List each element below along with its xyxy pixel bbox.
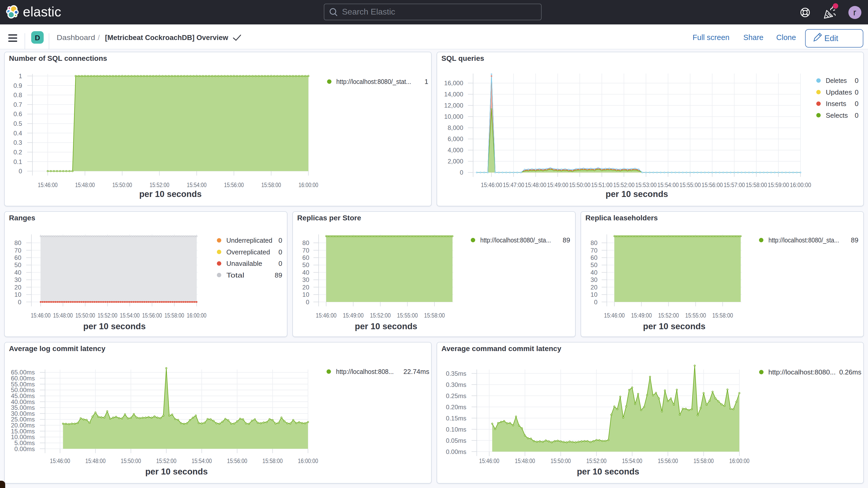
svg-text:elastic: elastic [23, 4, 61, 19]
svg-text:15:57:00: 15:57:00 [723, 182, 745, 188]
svg-text:0: 0 [306, 299, 309, 306]
svg-text:http://localhost:8080...: http://localhost:8080... [768, 368, 836, 376]
svg-text:0.25ms: 0.25ms [446, 392, 466, 399]
svg-text:40: 40 [302, 269, 309, 276]
svg-text:15:55:00: 15:55:00 [397, 312, 418, 319]
svg-text:70: 70 [590, 247, 597, 254]
svg-text:15:54:00: 15:54:00 [191, 458, 212, 464]
svg-text:22.74ms: 22.74ms [403, 368, 429, 375]
svg-text:0.35ms: 0.35ms [446, 370, 466, 377]
svg-text:15:58:00: 15:58:00 [164, 312, 184, 319]
svg-text:15:56:00: 15:56:00 [224, 182, 244, 188]
svg-text:15:58:00: 15:58:00 [746, 182, 767, 188]
svg-text:Search Elastic: Search Elastic [342, 7, 395, 17]
svg-text:per 10 seconds: per 10 seconds [355, 322, 417, 331]
svg-text:0.05ms: 0.05ms [446, 437, 466, 444]
svg-text:50: 50 [14, 262, 21, 268]
svg-text:15:50:00: 15:50:00 [112, 182, 132, 188]
svg-text:Total: Total [226, 271, 244, 279]
svg-text:per 10 seconds: per 10 seconds [577, 467, 639, 476]
svg-text:30: 30 [590, 276, 597, 283]
svg-text:70: 70 [302, 247, 309, 254]
svg-text:16:00:00: 16:00:00 [299, 182, 318, 188]
svg-text:14,000: 14,000 [444, 91, 463, 98]
svg-text:Overreplicated: Overreplicated [226, 248, 270, 256]
svg-text:Clone: Clone [776, 33, 796, 41]
svg-text:15:58:00: 15:58:00 [693, 458, 714, 464]
svg-text:Ranges: Ranges [9, 214, 35, 222]
svg-text:0: 0 [19, 167, 22, 175]
svg-text:15:58:00: 15:58:00 [261, 182, 281, 188]
svg-text:15:52:00: 15:52:00 [658, 312, 679, 319]
svg-text:6,000: 6,000 [447, 135, 463, 143]
svg-text:http://localhost:8080/_sta...: http://localhost:8080/_sta... [480, 236, 551, 244]
svg-text:16,000: 16,000 [444, 80, 463, 87]
svg-text:0.15ms: 0.15ms [446, 415, 466, 422]
svg-text:20: 20 [302, 284, 309, 291]
svg-text:15:52:00: 15:52:00 [586, 458, 607, 464]
svg-text:40: 40 [14, 269, 21, 276]
svg-text:Dashboard: Dashboard [57, 33, 95, 41]
svg-text:http://localhost:808...: http://localhost:808... [336, 368, 394, 375]
svg-text:80: 80 [302, 239, 309, 246]
svg-text:15:50:00: 15:50:00 [121, 458, 141, 464]
svg-text:1: 1 [19, 72, 22, 80]
svg-text:0.2: 0.2 [13, 149, 22, 156]
svg-text:10: 10 [302, 291, 309, 298]
svg-text:0.8: 0.8 [13, 91, 22, 98]
svg-text:Deletes: Deletes [826, 77, 847, 85]
svg-text:15:54:00: 15:54:00 [187, 182, 207, 188]
svg-text:0: 0 [460, 169, 463, 176]
svg-text:15:59:00: 15:59:00 [768, 182, 789, 188]
svg-text:10: 10 [590, 291, 597, 298]
svg-text:0.26ms: 0.26ms [839, 368, 861, 376]
svg-text:15:55:00: 15:55:00 [685, 312, 706, 319]
svg-text:0.4: 0.4 [13, 130, 22, 137]
svg-text:0: 0 [279, 237, 282, 244]
svg-text:15:49:00: 15:49:00 [631, 312, 652, 319]
svg-text:Number of SQL connections: Number of SQL connections [9, 54, 107, 62]
svg-text:15:52:00: 15:52:00 [98, 312, 118, 319]
svg-text:60: 60 [590, 254, 597, 261]
svg-text:70: 70 [14, 247, 21, 254]
svg-text:80: 80 [590, 239, 597, 246]
svg-text:15:46:00: 15:46:00 [38, 182, 58, 188]
svg-text:Underreplicated: Underreplicated [226, 237, 272, 244]
svg-text:1: 1 [425, 78, 428, 86]
svg-text:15:52:00: 15:52:00 [156, 458, 177, 464]
svg-text:15:56:00: 15:56:00 [658, 458, 678, 464]
svg-text:30: 30 [302, 276, 309, 283]
svg-text:Full screen: Full screen [692, 33, 730, 41]
svg-text:0.20ms: 0.20ms [446, 403, 466, 410]
svg-text:15:50:00: 15:50:00 [75, 312, 95, 319]
svg-text:15:46:00: 15:46:00 [604, 312, 625, 319]
svg-text:15:54:00: 15:54:00 [622, 458, 642, 464]
svg-text:0: 0 [18, 299, 21, 306]
svg-text:10,000: 10,000 [444, 113, 463, 120]
svg-text:16:00:00: 16:00:00 [729, 458, 749, 464]
svg-text:15:55:00: 15:55:00 [679, 182, 701, 188]
svg-text:Unavailable: Unavailable [226, 260, 262, 267]
svg-text:Updates: Updates [826, 88, 852, 96]
svg-text:0: 0 [855, 88, 858, 96]
svg-text:r: r [853, 7, 856, 17]
svg-text:Average log commit latency: Average log commit latency [9, 344, 105, 353]
svg-text:15:49:00: 15:49:00 [343, 312, 364, 319]
svg-text:89: 89 [275, 271, 282, 279]
svg-text:15:51:00: 15:51:00 [591, 182, 612, 188]
svg-text:20: 20 [14, 284, 21, 291]
svg-text:0: 0 [855, 112, 858, 119]
svg-text:per 10 seconds: per 10 seconds [145, 467, 208, 476]
svg-text:/: / [98, 33, 100, 41]
svg-text:15:48:00: 15:48:00 [85, 458, 105, 464]
svg-text:15:58:00: 15:58:00 [262, 458, 283, 464]
svg-text:15:48:00: 15:48:00 [515, 458, 535, 464]
svg-text:20: 20 [590, 284, 597, 291]
svg-text:0.10ms: 0.10ms [446, 426, 466, 433]
svg-text:8,000: 8,000 [447, 124, 463, 131]
svg-text:60: 60 [14, 254, 21, 261]
svg-text:0.3: 0.3 [13, 139, 22, 146]
svg-text:15:58:00: 15:58:00 [712, 312, 733, 319]
svg-text:15:56:00: 15:56:00 [702, 182, 723, 188]
svg-text:15:52:00: 15:52:00 [613, 182, 634, 188]
